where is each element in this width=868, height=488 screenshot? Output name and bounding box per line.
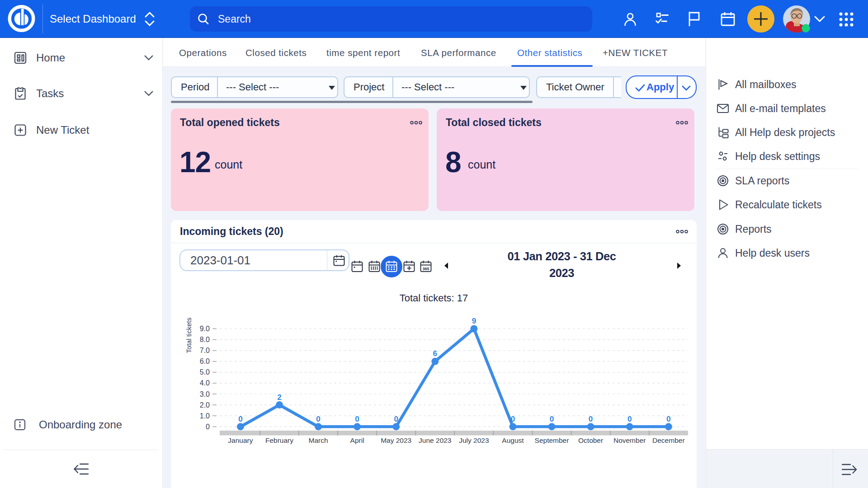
svg-text:February: February [265,436,293,444]
svg-text:0: 0 [511,415,515,423]
svg-text:October: October [578,436,603,444]
svg-text:1.0: 1.0 [200,412,210,420]
svg-text:December: December [652,436,685,444]
svg-text:4.0: 4.0 [200,379,210,387]
svg-text:January: January [228,436,253,444]
svg-text:April: April [350,436,364,444]
svg-text:5.0: 5.0 [200,368,210,376]
svg-text:2.0: 2.0 [200,401,210,409]
svg-text:0: 0 [355,415,359,423]
svg-text:8.0: 8.0 [200,336,210,343]
svg-text:November: November [613,436,646,444]
svg-text:July 2023: July 2023 [459,436,489,444]
svg-text:0: 0 [550,415,554,423]
svg-text:0: 0 [666,415,670,423]
svg-text:7.0: 7.0 [200,347,210,354]
svg-text:0: 0 [627,415,632,423]
svg-text:Total tickets: Total tickets [185,318,193,353]
svg-text:0: 0 [316,415,320,423]
svg-text:May 2023: May 2023 [381,436,411,444]
svg-text:September: September [535,436,569,444]
svg-text:9: 9 [472,317,476,325]
svg-text:6.0: 6.0 [200,357,210,365]
svg-text:0: 0 [589,415,593,423]
svg-text:August: August [502,436,524,444]
svg-text:365: 365 [422,267,429,271]
svg-text:0: 0 [394,415,398,423]
svg-text:6: 6 [433,349,437,358]
svg-text:9.0: 9.0 [200,325,210,333]
svg-text:0: 0 [206,423,210,431]
svg-text:June 2023: June 2023 [419,436,451,444]
svg-text:March: March [309,436,328,444]
svg-text:2: 2 [277,393,281,402]
svg-text:3.0: 3.0 [200,390,210,398]
svg-text:0: 0 [238,415,242,423]
